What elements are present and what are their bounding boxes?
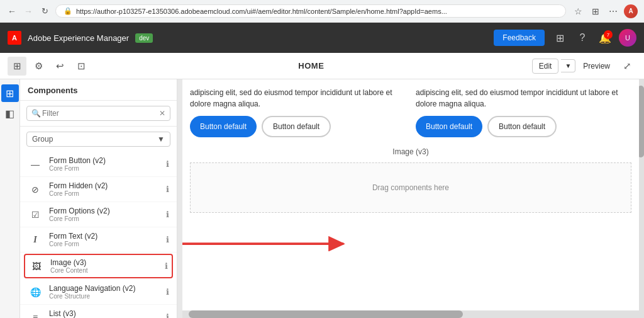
component-group: Core Content: [50, 267, 158, 274]
browser-right-icons: ☆ ⊞ ⋯ A: [571, 4, 638, 18]
star-button[interactable]: ☆: [571, 4, 585, 18]
drop-label: Drag components here: [372, 183, 449, 192]
url-text: https://author-p103257-e1350306.adobeaem…: [76, 8, 447, 15]
component-group: Core Form: [49, 241, 160, 247]
component-name: Form Options (v2): [49, 207, 160, 215]
editor-toolbar: ⊞ ⚙ ↩ ⊡ HOME Edit ▼ Preview ⤢: [0, 53, 644, 79]
image-section: Image (v3) Drag components here: [190, 147, 631, 213]
browser-profile[interactable]: A: [624, 4, 638, 18]
aem-title: Adobe Experience Manager: [28, 33, 129, 43]
horizontal-scrollbar-thumb[interactable]: [189, 310, 463, 318]
list-icon: ≡: [28, 310, 43, 319]
device-button[interactable]: ⊡: [72, 57, 91, 76]
help-icon[interactable]: ?: [574, 29, 591, 47]
component-form-options[interactable]: ☑ Form Options (v2) Core Form ℹ: [20, 202, 177, 227]
components-panel: Components 🔍 ✕ Group ▼ — Form Button (v2…: [20, 79, 177, 318]
form-button-icon: —: [28, 157, 43, 172]
form-text-icon: I: [28, 232, 43, 247]
undo-button[interactable]: ↩: [50, 57, 69, 76]
components-list: — Form Button (v2) Core Form ℹ ⊘ Form Hi…: [20, 152, 177, 318]
back-button[interactable]: ←: [6, 6, 18, 17]
grid-icon[interactable]: ⊞: [551, 29, 569, 47]
page-content: adipiscing elit, sed do eiusmod tempor i…: [182, 79, 639, 220]
globe-icon: 🌐: [28, 285, 43, 300]
component-list[interactable]: ≡ List (v3) Core Content ℹ: [20, 305, 177, 318]
notification-badge: 7: [604, 30, 613, 39]
canvas-scroll-area: adipiscing elit, sed do eiusmod tempor i…: [177, 79, 644, 310]
component-name: Image (v3): [50, 258, 158, 267]
canvas-area: adipiscing elit, sed do eiusmod tempor i…: [177, 79, 644, 318]
button-row-2: Button default Button default: [416, 116, 631, 137]
form-hidden-icon: ⊘: [28, 182, 43, 197]
filter-input[interactable]: [26, 106, 170, 121]
profile-button[interactable]: ⋯: [606, 4, 620, 18]
component-name: Form Button (v2): [49, 156, 160, 165]
info-icon[interactable]: ℹ: [166, 287, 169, 297]
info-icon[interactable]: ℹ: [166, 159, 169, 169]
reload-button[interactable]: ↻: [39, 6, 50, 17]
settings-button[interactable]: ⚙: [29, 57, 48, 76]
notification-icon[interactable]: 🔔 7: [596, 29, 614, 47]
aem-logo: A: [8, 31, 21, 45]
feedback-button[interactable]: Feedback: [494, 30, 545, 46]
btn-outline-1[interactable]: Button default: [262, 116, 331, 137]
main-layout: ⊞ ◧ Components 🔍 ✕ Group ▼ — Form Button…: [0, 79, 644, 318]
image-component-label: Image (v3): [190, 147, 631, 156]
info-icon[interactable]: ℹ: [166, 185, 169, 194]
forward-button[interactable]: →: [23, 6, 34, 17]
content-col-1: adipiscing elit, sed do eiusmod tempor i…: [190, 87, 406, 137]
browser-chrome: ← → ↻ 🔒 https://author-p103257-e1350306.…: [0, 0, 644, 23]
info-icon[interactable]: ℹ: [166, 210, 169, 219]
content-col-2: adipiscing elit, sed do eiusmod tempor i…: [416, 87, 631, 137]
group-selector[interactable]: Group ▼: [26, 132, 170, 147]
component-name: List (v3): [49, 309, 160, 318]
preview-button[interactable]: Preview: [578, 59, 615, 73]
form-options-icon: ☑: [28, 207, 43, 222]
aem-topbar: A Adobe Experience Manager dev Feedback …: [0, 23, 644, 53]
btn-primary-2[interactable]: Button default: [416, 116, 482, 137]
component-group: Core Form: [49, 190, 160, 197]
button-row-1: Button default Button default: [190, 116, 406, 137]
edit-button[interactable]: Edit: [532, 59, 559, 74]
dev-badge: dev: [135, 33, 153, 43]
components-icon-button[interactable]: ⊞: [1, 84, 19, 102]
component-image[interactable]: 🖼 Image (v3) Core Content ℹ: [24, 254, 173, 278]
component-form-hidden[interactable]: ⊘ Form Hidden (v2) Core Form ℹ: [20, 177, 177, 202]
info-icon[interactable]: ℹ: [166, 312, 169, 318]
horizontal-scrollbar[interactable]: [182, 310, 639, 318]
group-chevron-icon: ▼: [157, 135, 165, 144]
search-area: 🔍 ✕: [20, 101, 177, 127]
drop-zone[interactable]: Drag components here: [190, 162, 631, 213]
user-avatar[interactable]: U: [619, 29, 636, 47]
btn-primary-1[interactable]: Button default: [190, 116, 257, 137]
content-row: adipiscing elit, sed do eiusmod tempor i…: [190, 87, 631, 137]
component-group: Core Form: [49, 165, 160, 172]
component-tree-button[interactable]: ⊞: [8, 57, 26, 76]
components-header: Components: [20, 79, 177, 101]
lock-icon: 🔒: [64, 7, 72, 15]
component-name: Language Navigation (v2): [49, 284, 160, 293]
canvas-wrapper: adipiscing elit, sed do eiusmod tempor i…: [177, 79, 644, 318]
extensions-button[interactable]: ⊞: [589, 4, 602, 18]
info-icon[interactable]: ℹ: [165, 261, 168, 271]
component-language-nav[interactable]: 🌐 Language Navigation (v2) Core Structur…: [20, 280, 177, 305]
col2-text: adipiscing elit, sed do eiusmod tempor i…: [416, 87, 631, 110]
btn-outline-2[interactable]: Button default: [487, 116, 557, 137]
page-title: HOME: [298, 61, 324, 71]
layers-icon-button[interactable]: ◧: [1, 105, 19, 122]
component-name: Form Text (v2): [49, 232, 160, 241]
top-icons: ⊞ ? 🔔 7 U: [551, 29, 636, 47]
component-form-text[interactable]: I Form Text (v2) Core Form ℹ: [20, 227, 177, 253]
edit-dropdown[interactable]: ▼: [561, 59, 575, 72]
info-icon[interactable]: ℹ: [166, 235, 169, 244]
fullscreen-button[interactable]: ⤢: [618, 57, 636, 76]
col1-text: adipiscing elit, sed do eiusmod tempor i…: [190, 87, 406, 110]
component-form-button[interactable]: — Form Button (v2) Core Form ℹ: [20, 152, 177, 177]
address-bar[interactable]: 🔒 https://author-p103257-e1350306.adobea…: [55, 4, 566, 18]
component-group: Core Structure: [49, 293, 160, 300]
image-icon: 🖼: [29, 259, 44, 274]
clear-search-button[interactable]: ✕: [159, 109, 165, 118]
component-name: Form Hidden (v2): [49, 181, 160, 190]
component-group: Core Form: [49, 215, 160, 222]
sidebar-icons: ⊞ ◧: [0, 79, 20, 318]
